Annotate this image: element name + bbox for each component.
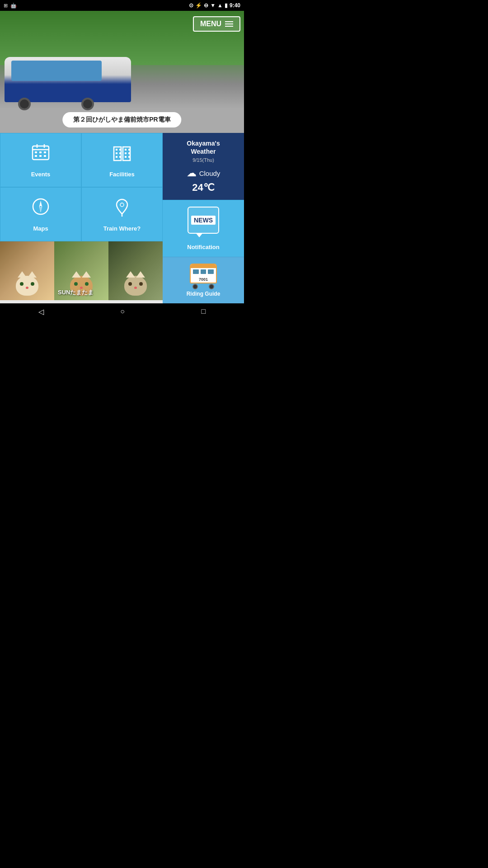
status-left-icons: ⊞ 🤖 (4, 3, 17, 9)
tram-wheel-right (81, 98, 94, 110)
bus-body: 7001 (190, 264, 217, 283)
bus-stripe (191, 264, 216, 268)
tram-main-body (5, 57, 131, 102)
home-button[interactable]: ○ (120, 307, 125, 316)
news-tile[interactable]: NEWS Notification (163, 200, 244, 257)
cat-ear-right-1 (28, 271, 37, 278)
gallery-icon: ⊞ (4, 3, 8, 9)
compass-icon (31, 197, 51, 221)
svg-rect-23 (128, 156, 130, 158)
building-svg (112, 142, 132, 162)
clock: 9:40 (230, 2, 240, 9)
svg-rect-18 (125, 152, 127, 154)
battery-icon: ▮ (225, 2, 228, 9)
bus-window-3 (208, 269, 214, 274)
weather-title: Okayama'sWeather (167, 139, 239, 156)
bus-number: 7001 (199, 277, 208, 282)
cat-nose-3 (134, 287, 137, 289)
tram (5, 52, 140, 110)
compass-svg (31, 197, 51, 217)
bus-window-2 (201, 269, 206, 274)
svg-rect-9 (44, 155, 46, 157)
svg-rect-16 (116, 152, 117, 154)
cat-ear-right-3 (136, 271, 145, 278)
hero-section: MENU 第２回ひがしやま備前焼市PR電車 (0, 11, 244, 133)
cat-ear-left-2 (72, 271, 81, 278)
minus-icon: ⊖ (204, 2, 208, 9)
cat-eye-left-3 (128, 282, 132, 286)
weather-temperature: 24℃ (167, 182, 239, 193)
weather-condition: ☁ Cloudy (167, 167, 239, 179)
hero-caption: 第２回ひがしやま備前焼市PR電車 (62, 112, 181, 127)
cat-head-3 (124, 276, 147, 296)
train-where-label: Train Where? (103, 225, 141, 232)
weather-date: 9/15(Thu) (167, 157, 239, 163)
location-pin-icon (112, 197, 132, 221)
cat-eye-right-1 (31, 282, 34, 286)
events-label: Events (31, 171, 51, 178)
svg-rect-14 (125, 149, 127, 151)
bus-wheels (190, 284, 217, 289)
location-icon: ⊙ (189, 2, 193, 9)
svg-rect-21 (119, 156, 121, 158)
bus-icon: 7001 (190, 264, 217, 287)
back-button[interactable]: ◁ (38, 307, 44, 316)
riding-tile[interactable]: 7001 Riding Guide (163, 257, 244, 303)
events-tile[interactable]: Events (0, 133, 81, 187)
photo-row: SUNたまたま (0, 241, 163, 300)
svg-rect-4 (35, 151, 37, 153)
cat-photo-1[interactable] (0, 241, 54, 300)
svg-rect-17 (119, 152, 121, 154)
news-label: Notification (187, 244, 220, 250)
weather-tile: Okayama'sWeather 9/15(Thu) ☁ Cloudy 24℃ (163, 133, 244, 200)
tram-wheel-left (18, 98, 31, 110)
svg-point-27 (120, 203, 124, 207)
recents-button[interactable]: □ (202, 307, 206, 316)
menu-button[interactable]: MENU (193, 16, 240, 32)
svg-rect-13 (119, 149, 121, 151)
news-icon: NEWS (188, 207, 219, 234)
building-icon (112, 142, 132, 166)
wifi-icon: ▼ (210, 2, 216, 9)
news-icon-text: NEWS (191, 216, 216, 225)
nav-grid: Events (0, 133, 163, 241)
svg-rect-20 (116, 156, 117, 158)
cat-nose-1 (26, 287, 28, 289)
bus-wheel-left (192, 284, 198, 289)
cat-photo-3[interactable] (108, 241, 163, 300)
status-bar: ⊞ 🤖 ⊙ ⚡ ⊖ ▼ ▲ ▮ 9:40 (0, 0, 244, 11)
calendar-svg (31, 142, 51, 162)
cat-photo-2[interactable]: SUNたまたま (54, 241, 108, 300)
tram-window (11, 61, 102, 81)
svg-rect-22 (125, 156, 127, 158)
condition-text: Cloudy (199, 170, 221, 177)
bus-window-1 (193, 269, 199, 274)
maps-tile[interactable]: Maps (0, 187, 81, 241)
cat-1 (16, 276, 38, 296)
signal-icon: ▲ (217, 2, 223, 9)
svg-rect-5 (39, 151, 42, 153)
riding-label: Riding Guide (187, 291, 221, 297)
cat-eye-right-2 (85, 282, 89, 286)
calendar-icon (31, 142, 51, 166)
status-right-icons: ⊙ ⚡ ⊖ ▼ ▲ ▮ 9:40 (189, 2, 240, 9)
svg-rect-15 (128, 149, 130, 151)
cat-3 (124, 276, 147, 296)
facilities-tile[interactable]: Facilities (81, 133, 163, 187)
maps-label: Maps (33, 225, 48, 232)
cloud-icon: ☁ (187, 167, 197, 179)
svg-marker-26 (39, 207, 42, 212)
svg-rect-7 (35, 155, 37, 157)
cat-eye-left-1 (20, 282, 23, 286)
train-where-tile[interactable]: Train Where? (81, 187, 163, 241)
cat-eye-left-2 (74, 282, 78, 286)
bus-wheel-right (209, 284, 214, 289)
svg-rect-6 (44, 151, 46, 153)
cat-ear-left-1 (18, 271, 27, 278)
android-icon: 🤖 (10, 3, 17, 9)
cat-head-1 (16, 276, 38, 296)
svg-rect-19 (128, 152, 130, 154)
svg-rect-12 (116, 149, 117, 151)
cat-eye-right-3 (139, 282, 143, 286)
bluetooth-icon: ⚡ (195, 2, 202, 9)
